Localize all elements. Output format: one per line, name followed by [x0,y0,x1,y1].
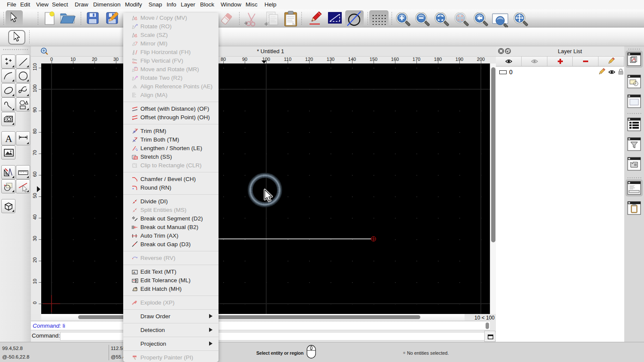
svg-text:A: A [5,133,12,144]
svg-text:A: A [133,271,136,275]
